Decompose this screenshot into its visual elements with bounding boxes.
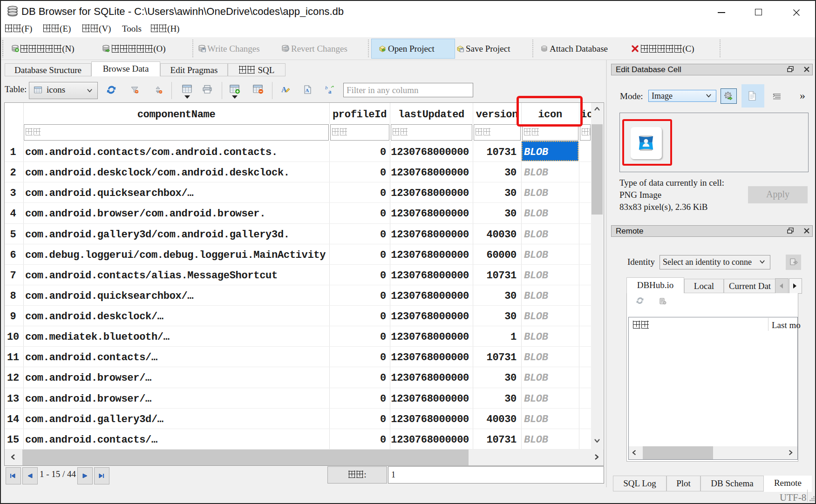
svg-text:a: a xyxy=(328,88,332,95)
svg-text:b: b xyxy=(325,85,328,90)
svg-text:A: A xyxy=(306,87,309,93)
svg-text:A: A xyxy=(281,86,287,94)
